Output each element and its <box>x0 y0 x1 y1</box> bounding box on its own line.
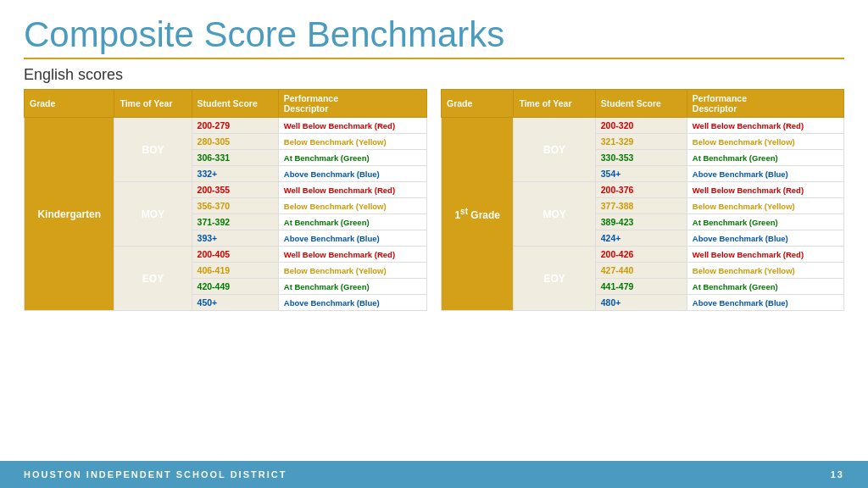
col-header-perf: PerformanceDescriptor <box>278 90 426 118</box>
score-cell: 280-305 <box>192 134 278 150</box>
footer-district: HOUSTON INDEPENDENT SCHOOL DISTRICT <box>24 469 287 480</box>
perf-cell: At Benchmark (Green) <box>278 279 426 295</box>
perf-cell: At Benchmark (Green) <box>278 150 426 166</box>
time-eoy-1st: EOY <box>514 247 595 311</box>
score-cell: 321-329 <box>595 134 687 150</box>
perf-cell: At Benchmark (Green) <box>278 214 426 230</box>
perf-cell: Well Below Benchmark (Red) <box>687 118 843 134</box>
score-cell: 427-440 <box>595 263 687 279</box>
page-title: Composite Score Benchmarks <box>24 15 844 54</box>
col-header-grade: Grade <box>25 90 114 118</box>
score-cell: 356-370 <box>192 198 278 214</box>
perf-cell: Above Benchmark (Blue) <box>278 166 426 182</box>
perf-cell: Below Benchmark (Yellow) <box>278 198 426 214</box>
score-cell: 424+ <box>595 230 687 247</box>
kindergarten-table: Grade Time of Year Student Score Perform… <box>24 89 427 311</box>
score-cell: 389-423 <box>595 214 687 230</box>
perf-cell: Above Benchmark (Blue) <box>687 166 843 182</box>
score-cell: 332+ <box>192 166 278 182</box>
perf-cell: Below Benchmark (Yellow) <box>687 198 843 214</box>
perf-cell: Well Below Benchmark (Red) <box>278 182 426 198</box>
score-cell: 200-376 <box>595 182 687 198</box>
score-cell: 393+ <box>192 230 278 247</box>
score-cell: 377-388 <box>595 198 687 214</box>
first-grade-table: Grade Time of Year Student Score Perform… <box>441 89 844 311</box>
footer-page: 13 <box>831 469 844 480</box>
time-boy: BOY <box>114 118 192 182</box>
score-cell: 371-392 <box>192 214 278 230</box>
footer: HOUSTON INDEPENDENT SCHOOL DISTRICT 13 <box>0 461 868 488</box>
col-header-score: Student Score <box>192 90 278 118</box>
perf-cell: Below Benchmark (Yellow) <box>687 134 843 150</box>
col-header-time: Time of Year <box>114 90 192 118</box>
perf-cell: Above Benchmark (Blue) <box>687 230 843 247</box>
score-cell: 480+ <box>595 295 687 311</box>
grade-cell-1st: 1st Grade <box>442 118 514 311</box>
score-cell: 441-479 <box>595 279 687 295</box>
time-moy: MOY <box>114 182 192 247</box>
perf-cell: At Benchmark (Green) <box>687 214 843 230</box>
time-moy-1st: MOY <box>514 182 595 247</box>
perf-cell: Well Below Benchmark (Red) <box>687 247 843 263</box>
score-cell: 306-331 <box>192 150 278 166</box>
score-cell: 330-353 <box>595 150 687 166</box>
perf-cell: Above Benchmark (Blue) <box>278 295 426 311</box>
score-cell: 200-405 <box>192 247 278 263</box>
score-cell: 406-419 <box>192 263 278 279</box>
col-header-time2: Time of Year <box>514 90 595 118</box>
time-eoy: EOY <box>114 247 192 311</box>
col-header-score2: Student Score <box>595 90 687 118</box>
score-cell: 200-279 <box>192 118 278 134</box>
grade-cell: Kindergarten <box>25 118 114 311</box>
perf-cell: Below Benchmark (Yellow) <box>278 134 426 150</box>
title-underline <box>24 58 844 59</box>
perf-cell: Well Below Benchmark (Red) <box>278 247 426 263</box>
score-cell: 200-426 <box>595 247 687 263</box>
tables-row: Grade Time of Year Student Score Perform… <box>24 89 844 311</box>
col-header-grade2: Grade <box>442 90 514 118</box>
perf-cell: Below Benchmark (Yellow) <box>278 263 426 279</box>
score-cell: 354+ <box>595 166 687 182</box>
perf-cell: At Benchmark (Green) <box>687 150 843 166</box>
score-cell: 200-320 <box>595 118 687 134</box>
main-content: Composite Score Benchmarks English score… <box>0 0 868 461</box>
score-cell: 450+ <box>192 295 278 311</box>
perf-cell: At Benchmark (Green) <box>687 279 843 295</box>
perf-cell: Above Benchmark (Blue) <box>687 295 843 311</box>
score-cell: 420-449 <box>192 279 278 295</box>
perf-cell: Above Benchmark (Blue) <box>278 230 426 247</box>
section-label: English scores <box>24 66 844 84</box>
perf-cell: Well Below Benchmark (Red) <box>687 182 843 198</box>
col-header-perf2: PerformanceDescriptor <box>687 90 843 118</box>
perf-cell: Below Benchmark (Yellow) <box>687 263 843 279</box>
time-boy-1st: BOY <box>514 118 595 182</box>
score-cell: 200-355 <box>192 182 278 198</box>
page: Composite Score Benchmarks English score… <box>0 0 868 488</box>
perf-cell: Well Below Benchmark (Red) <box>278 118 426 134</box>
